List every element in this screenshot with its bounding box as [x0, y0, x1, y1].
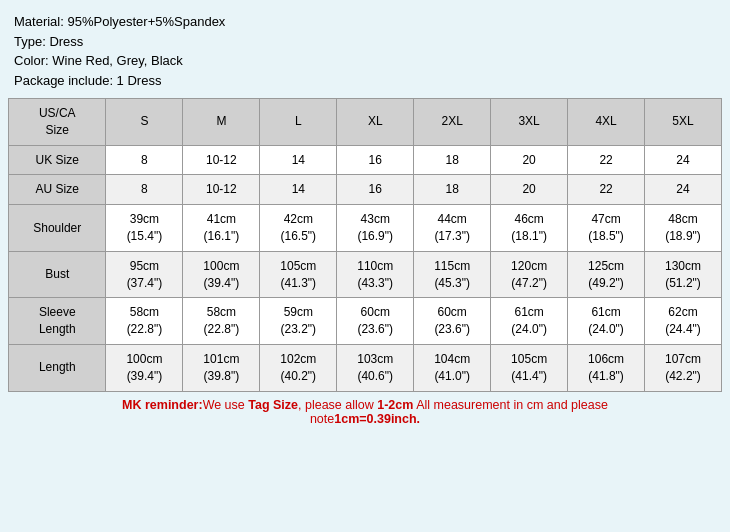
table-cell: 105cm (41.4"): [491, 344, 568, 391]
header-us-ca-size: US/CASize: [9, 99, 106, 146]
table-cell: 110cm (43.3"): [337, 251, 414, 298]
table-cell: 105cm (41.3"): [260, 251, 337, 298]
table-cell: 24: [645, 175, 722, 205]
table-cell: 14: [260, 175, 337, 205]
table-cell: 61cm (24.0"): [568, 298, 645, 345]
table-row: Shoulder39cm (15.4")41cm (16.1")42cm (16…: [9, 205, 722, 252]
table-cell: 22: [568, 145, 645, 175]
type-text: Type: Dress: [14, 32, 716, 52]
table-cell: 115cm (45.3"): [414, 251, 491, 298]
table-cell: 130cm (51.2"): [645, 251, 722, 298]
table-cell: 24: [645, 145, 722, 175]
table-cell: 61cm (24.0"): [491, 298, 568, 345]
main-container: Material: 95%Polyester+5%Spandex Type: D…: [8, 8, 722, 432]
header-s: S: [106, 99, 183, 146]
table-cell: 48cm (18.9"): [645, 205, 722, 252]
table-cell: 46cm (18.1"): [491, 205, 568, 252]
material-text: Material: 95%Polyester+5%Spandex: [14, 12, 716, 32]
table-cell: 59cm (23.2"): [260, 298, 337, 345]
header-2xl: 2XL: [414, 99, 491, 146]
table-cell: 102cm (40.2"): [260, 344, 337, 391]
table-cell: 62cm (24.4"): [645, 298, 722, 345]
table-cell: 125cm (49.2"): [568, 251, 645, 298]
table-cell: 20: [491, 145, 568, 175]
table-cell: 47cm (18.5"): [568, 205, 645, 252]
table-cell: 104cm (41.0"): [414, 344, 491, 391]
package-text: Package include: 1 Dress: [14, 71, 716, 91]
table-row: AU Size810-12141618202224: [9, 175, 722, 205]
table-cell: 44cm (17.3"): [414, 205, 491, 252]
table-cell: 120cm (47.2"): [491, 251, 568, 298]
reminder-brand: MK reminder:: [122, 398, 203, 412]
table-cell: 16: [337, 145, 414, 175]
row-label: AU Size: [9, 175, 106, 205]
table-cell: 103cm (40.6"): [337, 344, 414, 391]
row-label: UK Size: [9, 145, 106, 175]
table-row: UK Size810-12141618202224: [9, 145, 722, 175]
row-label: Shoulder: [9, 205, 106, 252]
table-cell: 58cm (22.8"): [106, 298, 183, 345]
color-text: Color: Wine Red, Grey, Black: [14, 51, 716, 71]
table-cell: 100cm (39.4"): [183, 251, 260, 298]
table-row: Length100cm (39.4")101cm (39.8")102cm (4…: [9, 344, 722, 391]
table-cell: 18: [414, 175, 491, 205]
header-5xl: 5XL: [645, 99, 722, 146]
header-row: US/CASize S M L XL 2XL 3XL 4XL 5XL: [9, 99, 722, 146]
table-cell: 60cm (23.6"): [337, 298, 414, 345]
header-l: L: [260, 99, 337, 146]
table-cell: 10-12: [183, 175, 260, 205]
table-cell: 39cm (15.4"): [106, 205, 183, 252]
row-label: Bust: [9, 251, 106, 298]
header-3xl: 3XL: [491, 99, 568, 146]
size-table: US/CASize S M L XL 2XL 3XL 4XL 5XL UK Si…: [8, 98, 722, 392]
table-cell: 16: [337, 175, 414, 205]
table-cell: 58cm (22.8"): [183, 298, 260, 345]
table-cell: 41cm (16.1"): [183, 205, 260, 252]
table-cell: 10-12: [183, 145, 260, 175]
table-cell: 60cm (23.6"): [414, 298, 491, 345]
header-4xl: 4XL: [568, 99, 645, 146]
table-cell: 42cm (16.5"): [260, 205, 337, 252]
table-cell: 14: [260, 145, 337, 175]
header-m: M: [183, 99, 260, 146]
table-cell: 100cm (39.4"): [106, 344, 183, 391]
table-cell: 95cm (37.4"): [106, 251, 183, 298]
table-row: Sleeve Length58cm (22.8")58cm (22.8")59c…: [9, 298, 722, 345]
table-cell: 22: [568, 175, 645, 205]
table-cell: 8: [106, 175, 183, 205]
reminder-text: MK reminder:We use Tag Size, please allo…: [8, 392, 722, 432]
table-cell: 18: [414, 145, 491, 175]
row-label: Length: [9, 344, 106, 391]
table-cell: 8: [106, 145, 183, 175]
row-label: Sleeve Length: [9, 298, 106, 345]
header-xl: XL: [337, 99, 414, 146]
product-info: Material: 95%Polyester+5%Spandex Type: D…: [8, 8, 722, 98]
table-cell: 43cm (16.9"): [337, 205, 414, 252]
table-cell: 107cm (42.2"): [645, 344, 722, 391]
table-row: Bust95cm (37.4")100cm (39.4")105cm (41.3…: [9, 251, 722, 298]
table-cell: 106cm (41.8"): [568, 344, 645, 391]
table-cell: 101cm (39.8"): [183, 344, 260, 391]
table-cell: 20: [491, 175, 568, 205]
